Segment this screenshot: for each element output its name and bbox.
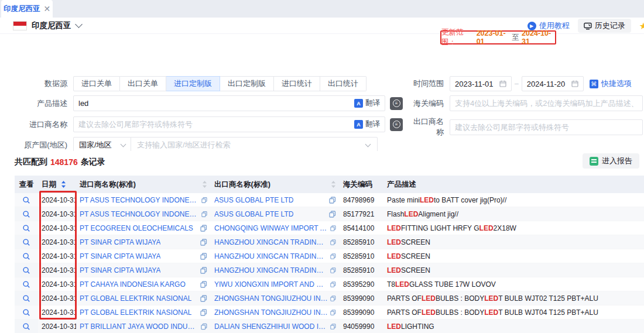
- importer-name[interactable]: PT SINAR CIPTA WIJAYA: [80, 266, 160, 274]
- copy-icon[interactable]: [329, 211, 336, 218]
- importer-link[interactable]: PT SINAR CIPTA WIJAYA: [76, 266, 211, 274]
- copy-icon[interactable]: [330, 267, 336, 274]
- copy-icon[interactable]: [329, 197, 336, 204]
- view-detail-button[interactable]: [15, 320, 38, 333]
- copy-icon[interactable]: [200, 309, 207, 316]
- view-detail-button[interactable]: [15, 291, 38, 305]
- history-button[interactable]: 历史记录: [578, 19, 631, 33]
- view-detail-button[interactable]: [15, 277, 38, 291]
- importer-link[interactable]: PT GLOBAL ELEKTRIK NASIONAL: [76, 294, 211, 303]
- match-options-button[interactable]: ≡: [390, 97, 403, 110]
- exporter-name[interactable]: HANGZHOU XINGCAN TRADING CO LTD: [214, 252, 328, 260]
- importer-name[interactable]: PT CAHAYA INDONESIA KARGO: [80, 280, 186, 289]
- exporter-link[interactable]: ASUS GLOBAL PTE LTD: [211, 210, 340, 218]
- copy-icon[interactable]: [200, 267, 207, 274]
- copy-icon[interactable]: [201, 211, 207, 218]
- importer-link[interactable]: PT ECOGREEN OLEOCHEMICALS: [76, 224, 211, 232]
- sort-icon-active[interactable]: [61, 180, 66, 188]
- exporter-name[interactable]: CHONGQING WINWAY IMPORT AND E...: [214, 224, 328, 232]
- col-header-exporter[interactable]: 出口商名称(标准): [211, 180, 340, 190]
- importer-name[interactable]: PT BRILLIANT JAYA WOOD INDUSTRY: [80, 322, 198, 331]
- exporter-name[interactable]: DALIAN SHENGZHIHUI WOOD INDUST...: [214, 322, 328, 331]
- importer-name[interactable]: PT GLOBAL ELEKTRIK NASIONAL: [80, 308, 191, 317]
- importer-link[interactable]: PT ASUS TECHNOLOGY INDONESIA BA...: [76, 196, 211, 204]
- view-detail-button[interactable]: [15, 249, 38, 263]
- view-detail-button[interactable]: [15, 263, 38, 277]
- exporter-link[interactable]: HANGZHOU XINGCAN TRADING CO LTD: [211, 252, 340, 260]
- copy-icon[interactable]: [330, 323, 336, 330]
- importer-name-input[interactable]: [78, 120, 354, 129]
- date-from-value[interactable]: [455, 80, 499, 88]
- view-detail-button[interactable]: [15, 235, 38, 249]
- exporter-name[interactable]: ASUS GLOBAL PTE LTD: [214, 210, 293, 218]
- chevron-down-icon[interactable]: [75, 20, 83, 28]
- datasource-tab-2[interactable]: 进口定制版: [166, 76, 220, 91]
- importer-name[interactable]: PT SINAR CIPTA WIJAYA: [80, 238, 160, 246]
- importer-name[interactable]: PT ASUS TECHNOLOGY INDONESIA BA...: [80, 196, 199, 204]
- importer-name[interactable]: PT GLOBAL ELEKTRIK NASIONAL: [80, 294, 191, 303]
- view-detail-button[interactable]: [15, 305, 38, 319]
- translate-button[interactable]: A 翻译: [354, 119, 380, 129]
- exporter-link[interactable]: YIWU XIONGXIN IMPORT AND EXPORT...: [211, 280, 340, 289]
- exporter-link[interactable]: DALIAN SHENGZHIHUI WOOD INDUST...: [211, 322, 340, 331]
- copy-icon[interactable]: [200, 281, 207, 288]
- product-desc-input[interactable]: [78, 99, 354, 108]
- exporter-link[interactable]: ASUS GLOBAL PTE LTD: [211, 196, 340, 204]
- origin-select[interactable]: 国家/地区 支持输入国家/地区进行检索: [73, 137, 378, 153]
- importer-name[interactable]: PT ECOGREEN OLEOCHEMICALS: [80, 224, 193, 232]
- quick-options-link[interactable]: ⌘ 快捷选项: [590, 78, 632, 89]
- translate-button[interactable]: A 翻译: [354, 98, 380, 108]
- sort-icon[interactable]: [331, 180, 336, 188]
- importer-name[interactable]: PT ASUS TECHNOLOGY INDONESIA BA...: [80, 210, 199, 218]
- view-detail-button[interactable]: [15, 193, 38, 207]
- copy-icon[interactable]: [200, 225, 207, 232]
- copy-icon[interactable]: [201, 323, 207, 330]
- origin-type-select[interactable]: 国家/地区: [74, 138, 131, 152]
- datasource-tab-0[interactable]: 进口关单: [73, 76, 120, 91]
- copy-icon[interactable]: [330, 281, 336, 288]
- datasource-tab-3[interactable]: 出口定制版: [220, 76, 274, 91]
- exporter-link[interactable]: ZHONGSHAN TONGJIUZHOU INTERNA...: [211, 294, 340, 303]
- exporter-link[interactable]: HANGZHOU XINGCAN TRADING CO LTD: [211, 266, 340, 274]
- importer-link[interactable]: PT CAHAYA INDONESIA KARGO: [76, 280, 211, 289]
- date-from-input[interactable]: [450, 76, 512, 91]
- exporter-link[interactable]: CHONGQING WINWAY IMPORT AND E...: [211, 224, 340, 232]
- sort-icon[interactable]: [202, 180, 207, 188]
- exporter-name[interactable]: ASUS GLOBAL PTE LTD: [214, 196, 293, 204]
- exporter-name[interactable]: ZHONGSHAN TONGJIUZHOU INTERNA...: [214, 308, 328, 317]
- importer-name[interactable]: PT SINAR CIPTA WIJAYA: [80, 252, 160, 260]
- match-options-button[interactable]: ≡: [390, 118, 403, 131]
- copy-icon[interactable]: [200, 295, 207, 302]
- date-to-value[interactable]: [527, 80, 571, 88]
- tab-indonesia[interactable]: 印度尼西亚 ✕: [1, 0, 53, 18]
- copy-icon[interactable]: [330, 253, 336, 260]
- view-detail-button[interactable]: [15, 221, 38, 235]
- favorite-star-icon[interactable]: ★: [639, 20, 644, 32]
- col-header-importer[interactable]: 进口商名称(标准): [76, 180, 211, 190]
- hs-code-input[interactable]: [455, 99, 638, 108]
- importer-link[interactable]: PT SINAR CIPTA WIJAYA: [76, 238, 211, 246]
- exporter-link[interactable]: HANGZHOU XINGCAN TRADING CO LTD: [211, 238, 340, 246]
- exporter-name[interactable]: HANGZHOU XINGCAN TRADING CO LTD: [214, 266, 328, 274]
- exporter-name-input[interactable]: [455, 123, 638, 132]
- tutorial-link[interactable]: ▶ 使用教程: [527, 20, 570, 31]
- date-to-input[interactable]: [522, 76, 584, 91]
- datasource-tab-4[interactable]: 进口统计: [274, 76, 320, 91]
- datasource-tab-1[interactable]: 出口关单: [120, 76, 166, 91]
- enter-report-button[interactable]: 进入报告: [583, 153, 639, 169]
- copy-icon[interactable]: [200, 239, 207, 246]
- copy-icon[interactable]: [330, 295, 336, 302]
- close-icon[interactable]: ✕: [43, 5, 50, 13]
- copy-icon[interactable]: [330, 309, 336, 316]
- exporter-name[interactable]: HANGZHOU XINGCAN TRADING CO LTD: [214, 238, 328, 246]
- view-detail-button[interactable]: [15, 207, 38, 221]
- exporter-name[interactable]: ZHONGSHAN TONGJIUZHOU INTERNA...: [214, 294, 328, 303]
- importer-link[interactable]: PT ASUS TECHNOLOGY INDONESIA BA...: [76, 210, 211, 218]
- datasource-tab-5[interactable]: 出口统计: [320, 76, 366, 91]
- importer-link[interactable]: PT SINAR CIPTA WIJAYA: [76, 252, 211, 260]
- importer-link[interactable]: PT GLOBAL ELEKTRIK NASIONAL: [76, 308, 211, 317]
- copy-icon[interactable]: [330, 239, 336, 246]
- copy-icon[interactable]: [201, 197, 207, 204]
- exporter-name[interactable]: YIWU XIONGXIN IMPORT AND EXPORT...: [214, 280, 328, 289]
- copy-icon[interactable]: [200, 253, 207, 260]
